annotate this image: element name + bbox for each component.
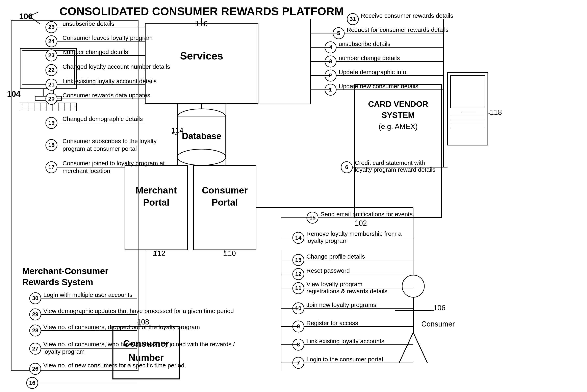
database-label: Database	[182, 131, 221, 141]
label-3: number change details	[339, 54, 400, 61]
label-31: Receive consumer rewards details	[361, 12, 453, 19]
consumer-portal-label: Consumer	[202, 185, 248, 196]
label-17a: Consumer joined to loyalty program at	[62, 160, 165, 166]
label-26: View no. of new consumers for a specific…	[43, 362, 186, 368]
label-2: Update demographic info.	[339, 69, 408, 76]
label-15: Send email notifications for events.	[320, 211, 414, 218]
num-25: 25	[48, 24, 54, 30]
label-6b: loyalty program reward details	[355, 166, 436, 173]
label-5: Request for consumer rewards details	[347, 26, 448, 33]
num-22: 22	[48, 67, 54, 73]
num-17: 17	[48, 164, 54, 170]
label-11a: View loyalty program	[306, 281, 362, 288]
merchant-consumer-label: Merchant-Consumer	[22, 266, 108, 276]
label-27a: View no. of consumers, who have successf…	[43, 341, 235, 348]
ref-106: 106	[434, 304, 446, 312]
num-24: 24	[48, 38, 55, 44]
num-29: 29	[32, 311, 38, 318]
ref-104: 104	[7, 90, 20, 98]
diagram-title: CONSOLIDATED CONSUMER REWARDS PLATFORM	[60, 5, 344, 18]
diagram-container: CONSOLIDATED CONSUMER REWARDS PLATFORM 1…	[0, 0, 587, 392]
svg-rect-10	[125, 165, 188, 250]
label-20: Consumer rewards data updates	[62, 92, 150, 98]
merchant-portal-label: Merchant	[136, 185, 177, 196]
label-19: Changed demographic details	[62, 116, 143, 122]
label-13: Change profile details	[306, 253, 365, 260]
consumer-label: Consumer	[421, 320, 455, 328]
num-19: 19	[48, 120, 54, 126]
label-10: Join new loyalty programs	[306, 302, 376, 308]
label-22: Changed loyalty account number details	[62, 63, 170, 70]
svg-point-42	[402, 275, 424, 297]
label-28: View no. of consumers, dropped out of th…	[43, 324, 200, 330]
svg-line-45	[399, 332, 413, 363]
num-6: 6	[345, 164, 348, 170]
label-17b: merchant location	[62, 168, 110, 174]
label-29: View demographic updates that have proce…	[43, 308, 234, 314]
label-21: Link existing loyalty account details	[62, 78, 157, 84]
label-23: Number changed details	[62, 48, 128, 55]
consumer-portal-label2: Portal	[212, 197, 238, 208]
num-23: 23	[48, 52, 54, 58]
num-21: 21	[48, 82, 54, 88]
label-30: Login with multiple user accounts	[43, 292, 132, 298]
label-18a: Consumer subscribes to the loyalty	[62, 138, 157, 144]
label-1: Update new consumer details	[339, 83, 418, 90]
svg-rect-12	[194, 165, 256, 250]
svg-line-46	[413, 332, 427, 363]
label-7: Login to the consumer portal	[306, 356, 383, 362]
label-4: unsubscribe details	[339, 40, 390, 47]
merchant-consumer-label2: Rewards System	[22, 277, 93, 287]
label-14a: Remove loyalty membership from a	[306, 230, 402, 237]
ref-102: 102	[355, 219, 367, 227]
label-8: Link existing loyalty accounts	[306, 338, 384, 344]
consumer-number-label2: Number	[128, 352, 164, 363]
ref-110: 110	[224, 249, 236, 258]
label-11b: registrations & rewards details	[306, 288, 388, 294]
num-18: 18	[48, 142, 54, 148]
num-30: 30	[32, 295, 38, 301]
services-label: Services	[180, 50, 223, 62]
card-vendor-label2: SYSTEM	[382, 111, 415, 120]
num-28: 28	[32, 327, 38, 334]
card-vendor-label1: CARD VENDOR	[368, 100, 428, 108]
label-25: unsubscribe details	[62, 20, 114, 27]
label-6a: Credit card statement with	[355, 160, 425, 166]
num-20: 20	[48, 96, 54, 102]
label-18b: program at consumer portal	[62, 145, 137, 152]
svg-point-6	[178, 149, 226, 165]
label-14b: loyalty program	[306, 238, 348, 244]
num-16: 16	[29, 380, 35, 386]
ref-118: 118	[490, 108, 502, 116]
label-24: Consumer leaves loyalty program	[62, 34, 152, 41]
label-9: Register for access	[306, 320, 358, 326]
label-12: Reset password	[306, 267, 350, 274]
ref-100: 100	[19, 12, 33, 21]
label-27b: loyalty program	[43, 348, 85, 355]
merchant-portal-label2: Portal	[143, 197, 169, 208]
svg-rect-35	[450, 76, 485, 108]
card-vendor-label3: (e.g. AMEX)	[378, 122, 418, 130]
num-26: 26	[32, 366, 38, 372]
num-27: 27	[32, 346, 38, 352]
